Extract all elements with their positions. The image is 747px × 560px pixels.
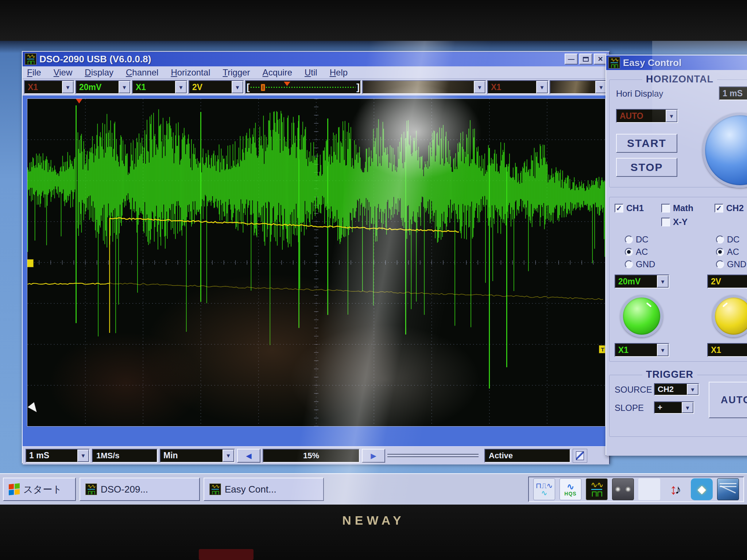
ch2-probe-combo-easy[interactable]: X1 ▼ [707,343,747,357]
right-arrow-icon: ▶ [371,451,376,460]
math-enable[interactable]: Math [661,203,693,213]
menu-horizontal[interactable]: Horizontal [171,67,210,78]
chevron-down-icon[interactable]: ▼ [119,81,130,93]
chevron-down-icon[interactable]: ▼ [175,81,187,93]
chevron-down-icon[interactable]: ▼ [232,81,243,93]
minimize-button[interactable]: — [565,54,578,65]
ch2-volts-combo[interactable]: 2V ▼ [189,80,244,94]
ch2-volts-knob[interactable] [712,295,747,337]
tray-scope-windows-icon[interactable]: ⊓⎍∿ ∿ [533,478,555,500]
ch1-ac-radio[interactable] [625,248,633,256]
start-button[interactable]: START [616,134,677,153]
slider-track[interactable] [251,87,356,88]
timebase-combo[interactable]: 1 mS ▼ [26,449,90,463]
tray-volume-note-icon[interactable]: ↕ ♪ [665,478,686,500]
horizontal-knob[interactable] [703,113,747,188]
chevron-down-icon[interactable]: ▼ [657,344,669,356]
acquisition-mode-combo[interactable]: Min ▼ [160,449,235,463]
trigger-auto-button[interactable]: AUTO [709,382,747,418]
tray-diamond-app-icon[interactable]: ◆ [691,478,713,500]
trigger-position-handle[interactable] [261,84,265,91]
zoom-slider[interactable] [387,453,479,458]
ch2-ac-option[interactable]: AC [716,247,739,257]
trigger-source-combo[interactable]: ▼ [362,80,486,94]
trigger-source-combo-easy[interactable]: CH2 ▼ [654,383,699,396]
chevron-down-icon[interactable]: ▼ [682,402,693,413]
ch2-gnd-option[interactable]: GND [716,259,746,269]
ch1-volts-combo-easy[interactable]: 20mV ▼ [615,275,669,288]
stop-button[interactable]: STOP [616,158,677,177]
ch1-dc-radio[interactable] [625,236,633,244]
ch2-volts-combo-easy[interactable]: 2V ▼ [707,275,747,288]
trigger-slope-combo[interactable]: + ▼ [654,401,694,414]
ch1-enable[interactable]: ✓ CH1 [615,203,644,213]
chevron-down-icon[interactable]: ▼ [62,81,74,93]
tray-blocks-icon[interactable] [638,478,660,500]
ch2-level-marker-icon[interactable] [27,259,34,267]
menu-help[interactable]: Help [330,67,348,78]
chevron-down-icon[interactable]: ▼ [536,81,548,93]
ch1-volts-knob[interactable] [620,295,663,337]
aux-combo[interactable]: ▼ [550,80,608,94]
slider-pointer-icon[interactable] [284,82,290,89]
xy-enable[interactable]: X-Y [661,217,688,227]
close-button[interactable]: ✕ [594,54,607,65]
scroll-page-icon[interactable] [573,449,587,463]
horizontal-auto-combo[interactable]: AUTO ▼ [616,109,678,123]
tray-cassette-icon[interactable] [612,478,634,500]
channels-group: ✓ CH1 Math ✓ CH2 X-Y [609,197,747,362]
chevron-down-icon[interactable]: ▼ [77,450,89,462]
menu-acquire[interactable]: Acquire [263,67,292,78]
ch1-volts-combo[interactable]: 20mV ▼ [76,80,131,94]
menu-channel[interactable]: Channel [126,67,158,78]
ch2-dc-option[interactable]: DC [716,234,740,245]
window-controls: — ✕ [565,54,607,65]
math-checkbox[interactable] [661,204,670,213]
horizontal-position-slider[interactable]: [ ] [245,80,361,94]
trigger-time-marker-icon[interactable] [76,99,82,107]
window-title: DSO-2090 USB (V6.0.0.8) [39,54,151,65]
aux-probe-combo[interactable]: X1 ▼ [487,80,549,94]
tray-display-settings-icon[interactable] [717,478,739,500]
scope-title-bar[interactable]: ∿∿ ⊓⊓ DSO-2090 USB (V6.0.0.8) — ✕ [23,52,609,66]
ch1-probe-combo[interactable]: X1 ▼ [24,80,74,94]
chevron-down-icon[interactable]: ▼ [474,81,485,93]
chevron-down-icon[interactable]: ▼ [657,275,669,288]
ch2-enable[interactable]: ✓ CH2 [715,203,744,213]
maximize-button[interactable] [579,54,592,65]
ch2-probe-combo[interactable]: X1 ▼ [132,80,187,94]
menu-file[interactable]: File [27,67,41,78]
chevron-down-icon[interactable]: ▼ [222,450,234,462]
ch1-probe-combo-easy[interactable]: X1 ▼ [615,343,669,357]
ch2-ac-radio[interactable] [716,248,724,256]
task-button-easy-control[interactable]: ∿∿ ⊓⊓ Easy Cont... [204,478,324,501]
hori-display-combo[interactable]: 1 mS ▼ [719,86,747,100]
start-button[interactable]: スタート [3,478,76,501]
task-button-dso[interactable]: ∿∿ ⊓⊓ DSO-209... [80,478,200,501]
menu-display[interactable]: Display [85,67,113,78]
ch1-dc-option[interactable]: DC [625,234,649,245]
app-waveform-icon: ∿∿ ⊓⊓ [25,53,36,65]
ch1-gnd-radio[interactable] [625,260,633,268]
scroll-right-button[interactable]: ▶ [362,449,385,463]
chevron-down-icon[interactable]: ▼ [666,110,677,122]
tray-easy-control-icon[interactable]: ∿∿ ⊓⊓ [586,478,608,500]
menu-view[interactable]: View [54,67,73,78]
ch1-checkbox[interactable]: ✓ [615,204,623,213]
ch2-dc-radio[interactable] [716,236,724,244]
ch1-ac-option[interactable]: AC [625,247,648,257]
horizontal-header: HORIZONTAL [642,74,717,85]
trigger-level-marker-icon[interactable]: T [599,345,605,353]
tray-hqs-icon[interactable]: ∿ HQS [560,478,581,500]
menu-util[interactable]: Util [305,67,317,78]
chevron-down-icon[interactable]: ▼ [687,384,698,395]
menu-trigger[interactable]: Trigger [222,67,250,78]
xy-checkbox[interactable] [661,218,670,226]
ch2-gnd-radio[interactable] [716,260,724,268]
scroll-left-button[interactable]: ◀ [237,449,260,463]
easy-title-bar[interactable]: ∿∿ ⊓⊓ Easy Control [606,55,747,70]
status-bar: 1 mS ▼ 1MS/s Min ▼ ◀ 15% ▶ Active [23,446,609,464]
trigger-group: TRIGGER SOURCE CH2 ▼ SLOPE + ▼ AUTO [609,375,747,437]
ch2-checkbox[interactable]: ✓ [715,204,723,213]
ch1-gnd-option[interactable]: GND [625,259,655,269]
